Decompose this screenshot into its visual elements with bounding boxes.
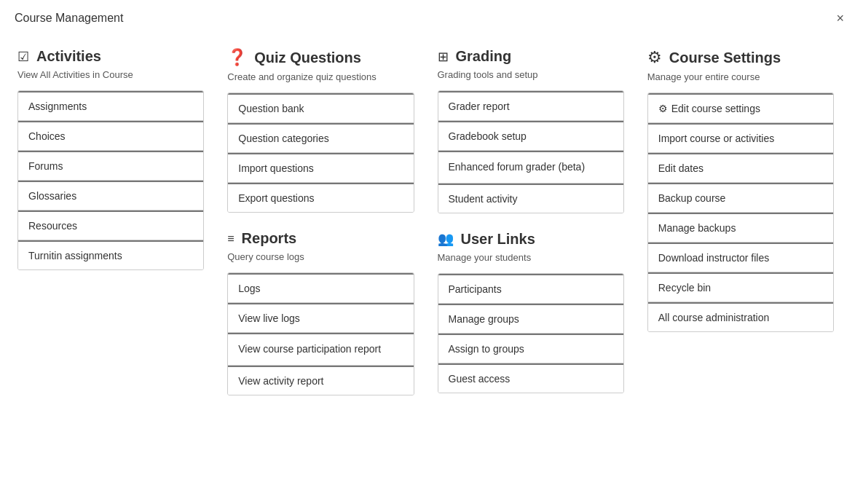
list-item[interactable]: Export questions: [228, 183, 413, 212]
list-item[interactable]: Import course or activities: [648, 123, 833, 153]
list-item[interactable]: Import questions: [228, 153, 413, 183]
course-settings-list: ⚙Edit course settings Import course or a…: [647, 92, 834, 332]
list-item[interactable]: Glossaries: [18, 181, 203, 210]
list-item[interactable]: Question categories: [228, 123, 413, 153]
list-item[interactable]: Grader report: [438, 91, 623, 121]
list-item[interactable]: Recycle bin: [648, 272, 833, 302]
list-item[interactable]: Guest access: [438, 363, 623, 393]
course-settings-icon: ⚙: [647, 48, 662, 67]
list-item[interactable]: Logs: [228, 273, 413, 303]
quiz-title: Quiz Questions: [254, 50, 361, 66]
activities-icon: ☑: [17, 49, 29, 65]
user-links-desc: Manage your students: [438, 252, 624, 263]
list-item[interactable]: View course participation report: [228, 333, 413, 366]
list-item[interactable]: Assign to groups: [438, 334, 623, 363]
activities-column: ☑ Activities View All Activities in Cour…: [17, 48, 216, 395]
list-item[interactable]: View live logs: [228, 303, 413, 333]
reports-title: Reports: [242, 230, 297, 247]
list-item[interactable]: Question bank: [228, 93, 413, 123]
modal-container: Course Management × ☑ Activities View Al…: [0, 0, 863, 410]
course-settings-column: ⚙ Course Settings Manage your entire cou…: [636, 48, 846, 395]
list-item[interactable]: Gradebook setup: [438, 121, 623, 151]
user-links-icon: 👥: [438, 231, 454, 247]
grading-icon: ⊞: [438, 49, 449, 65]
activities-title: Activities: [36, 48, 101, 65]
list-item[interactable]: Manage backups: [648, 213, 833, 243]
list-item[interactable]: Manage groups: [438, 304, 623, 334]
reports-list: Logs View live logs View course particip…: [227, 272, 414, 395]
modal-title: Course Management: [15, 12, 123, 25]
list-item[interactable]: Resources: [18, 210, 203, 240]
reports-desc: Query course logs: [227, 251, 414, 262]
activities-header: ☑ Activities: [17, 48, 204, 65]
list-item[interactable]: Turnitin assignments: [18, 240, 203, 269]
main-content: ☑ Activities View All Activities in Cour…: [0, 34, 863, 410]
quiz-desc: Create and organize quiz questions: [227, 71, 414, 82]
list-item[interactable]: Forums: [18, 151, 203, 181]
quiz-header: ❓ Quiz Questions: [227, 48, 414, 67]
list-item[interactable]: Download instructor files: [648, 243, 833, 272]
list-item[interactable]: Choices: [18, 121, 203, 151]
list-item[interactable]: View activity report: [228, 366, 413, 395]
user-links-title: User Links: [461, 231, 535, 248]
grading-desc: Grading tools and setup: [438, 69, 624, 80]
list-item[interactable]: Backup course: [648, 183, 833, 213]
activities-desc: View All Activities in Course: [17, 69, 204, 80]
list-item[interactable]: Assignments: [18, 91, 203, 121]
close-button[interactable]: ×: [832, 10, 848, 26]
gear-icon: ⚙: [658, 103, 668, 114]
activities-list: Assignments Choices Forums Glossaries Re…: [17, 90, 204, 270]
list-item[interactable]: All course administration: [648, 302, 833, 331]
modal-header: Course Management ×: [0, 0, 863, 34]
list-item[interactable]: Edit dates: [648, 153, 833, 183]
reports-icon: ≡: [227, 232, 234, 245]
user-links-header: 👥 User Links: [438, 231, 624, 248]
grading-header: ⊞ Grading: [438, 48, 624, 65]
quiz-column: ❓ Quiz Questions Create and organize qui…: [216, 48, 425, 395]
list-item[interactable]: Enhanced forum grader (beta): [438, 151, 623, 184]
user-links-section: 👥 User Links Manage your students Partic…: [438, 231, 624, 393]
reports-header: ≡ Reports: [227, 230, 414, 247]
course-settings-desc: Manage your entire course: [647, 71, 834, 82]
list-item[interactable]: Participants: [438, 274, 623, 304]
quiz-icon: ❓: [227, 48, 247, 67]
list-item[interactable]: Student activity: [438, 184, 623, 213]
grading-column: ⊞ Grading Grading tools and setup Grader…: [426, 48, 636, 395]
grading-list: Grader report Gradebook setup Enhanced f…: [438, 90, 624, 213]
course-settings-title: Course Settings: [669, 50, 781, 66]
edit-course-settings-item[interactable]: ⚙Edit course settings: [648, 93, 833, 123]
user-links-list: Participants Manage groups Assign to gro…: [438, 273, 624, 393]
grading-title: Grading: [456, 48, 512, 65]
course-settings-header: ⚙ Course Settings: [647, 48, 834, 67]
reports-section: ≡ Reports Query course logs Logs View li…: [227, 230, 414, 395]
quiz-list: Question bank Question categories Import…: [227, 92, 414, 213]
